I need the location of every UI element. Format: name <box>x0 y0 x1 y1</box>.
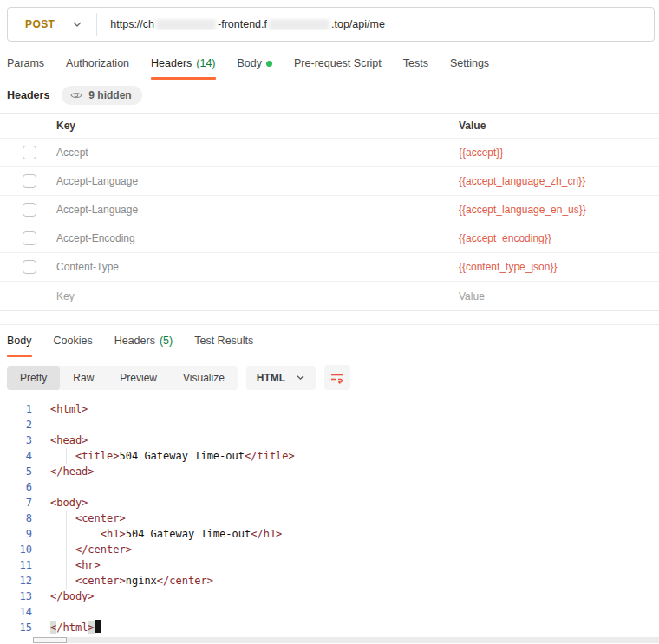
key-cell[interactable]: Accept <box>49 139 453 166</box>
code-tag: <html> <box>50 403 88 415</box>
view-tab-raw[interactable]: Raw <box>60 366 107 390</box>
row-drag-handle[interactable] <box>0 196 10 224</box>
code-text: </html> <box>50 620 95 635</box>
code-line: 1<html> <box>0 401 659 417</box>
row-checkbox[interactable] <box>23 260 36 274</box>
view-tab-visualize[interactable]: Visualize <box>170 366 238 390</box>
line-number: 13 <box>0 589 32 604</box>
value-cell[interactable]: {{accept_encoding}} <box>453 224 659 252</box>
code-text-node: nginx <box>126 575 157 587</box>
value-cell[interactable]: {{accept}} <box>453 139 659 166</box>
line-number: 5 <box>0 464 32 479</box>
editor-scrollbar-thumb[interactable] <box>33 637 67 643</box>
request-tab-pre-request-script[interactable]: Pre-request Script <box>294 57 382 80</box>
line-number: 2 <box>0 417 32 433</box>
response-view-bar: PrettyRawPreviewVisualize HTML <box>0 357 659 398</box>
response-tab-label: Cookies <box>54 335 93 347</box>
row-checkbox[interactable] <box>23 174 36 188</box>
value-cell[interactable]: {{content_type_json}} <box>453 253 659 281</box>
key-cell[interactable]: Content-Type <box>49 253 453 281</box>
matching-bracket: > <box>88 621 94 634</box>
row-checkbox[interactable] <box>23 146 36 159</box>
request-tab-settings[interactable]: Settings <box>450 57 489 80</box>
code-line: 11 <hr> <box>0 557 659 573</box>
code-line: 8 <center> <box>0 511 659 526</box>
code-line: 12 <center>nginx</center> <box>0 573 659 589</box>
line-number: 15 <box>0 620 32 635</box>
header-row: Accept-Encoding{{accept_encoding}} <box>0 224 659 253</box>
code-tag: <body> <box>50 497 88 509</box>
request-tab-label: Settings <box>450 57 489 69</box>
response-tab-cookies[interactable]: Cookies <box>54 335 93 357</box>
response-tab-count: (5) <box>160 335 173 347</box>
row-drag-handle[interactable] <box>0 139 10 166</box>
response-tab-body[interactable]: Body <box>7 335 32 357</box>
row-checkbox[interactable] <box>23 231 36 245</box>
key-cell: Key <box>49 114 453 138</box>
code-line: 5</head> <box>0 464 659 479</box>
code-line: 14 <box>0 604 659 620</box>
checkbox-cell <box>10 196 49 224</box>
key-cell[interactable]: Accept-Language <box>49 167 453 195</box>
row-drag-handle[interactable] <box>0 167 10 195</box>
editor-horizontal-scrollbar[interactable] <box>33 637 659 643</box>
request-tab-params[interactable]: Params <box>7 57 44 80</box>
response-tab-test-results[interactable]: Test Results <box>194 335 253 357</box>
row-drag-handle[interactable] <box>0 253 10 281</box>
code-line: 3<head> <box>0 433 659 448</box>
wrap-lines-icon <box>330 372 344 384</box>
headers-table-header-row: KeyValue <box>0 114 659 139</box>
code-text-node: 504 Gateway Time-out <box>119 450 245 462</box>
new-header-row: KeyValue <box>0 282 659 310</box>
code-tag: <hr> <box>75 559 101 571</box>
code-line: 10 </center> <box>0 542 659 557</box>
response-tab-label: Headers <box>114 335 155 347</box>
request-tab-label: Body <box>238 57 263 69</box>
request-tab-authorization[interactable]: Authorization <box>66 57 129 80</box>
request-tab-body[interactable]: Body <box>238 57 273 80</box>
key-cell[interactable]: Key <box>49 282 453 310</box>
request-tab-tests[interactable]: Tests <box>403 57 428 80</box>
value-cell[interactable]: {{accept_language_zh_cn}} <box>453 167 659 195</box>
request-url-bar: POST https://ch-frontend.f.top/api/me <box>7 7 655 42</box>
request-tab-count: (14) <box>196 57 215 69</box>
format-select[interactable]: HTML <box>246 366 316 390</box>
url-redacted-segment <box>156 19 216 30</box>
format-select-value: HTML <box>257 372 285 384</box>
view-tab-preview[interactable]: Preview <box>107 366 170 390</box>
text-cursor <box>95 620 101 633</box>
response-tab-headers[interactable]: Headers(5) <box>114 335 173 357</box>
url-text-segment: -frontend.f <box>218 18 267 30</box>
code-line: 9 <h1>504 Gateway Time-out</h1> <box>0 526 659 542</box>
header-row: Accept-Language{{accept_language_en_us}} <box>0 196 659 224</box>
response-view-tabs: PrettyRawPreviewVisualize <box>7 366 238 390</box>
row-drag-handle[interactable] <box>0 224 10 252</box>
code-line: 7<body> <box>0 495 659 511</box>
wrap-lines-button[interactable] <box>324 365 350 390</box>
value-cell[interactable]: {{accept_language_en_us}} <box>453 196 659 224</box>
line-number: 4 <box>0 448 32 464</box>
key-cell[interactable]: Accept-Encoding <box>49 224 453 252</box>
response-body-editor[interactable]: 1<html>23<head>4 <title>504 Gateway Time… <box>0 398 659 635</box>
request-tab-headers[interactable]: Headers(14) <box>151 57 215 80</box>
code-text: </center> <box>50 542 132 557</box>
code-text-node <box>50 512 75 524</box>
value-cell[interactable]: Value <box>453 282 659 310</box>
url-input[interactable]: https://ch-frontend.f.top/api/me <box>97 18 654 30</box>
key-cell[interactable]: Accept-Language <box>49 196 453 224</box>
hidden-headers-toggle[interactable]: 9 hidden <box>62 86 141 105</box>
code-tag: <center> <box>75 575 126 587</box>
code-line: 2 <box>0 417 659 433</box>
headers-section-header: Headers 9 hidden <box>0 80 659 113</box>
headers-table: KeyValueAccept{{accept}}Accept-Language{… <box>0 113 659 311</box>
row-checkbox[interactable] <box>23 203 36 217</box>
line-number: 11 <box>0 557 32 573</box>
response-tab-label: Body <box>7 335 32 347</box>
url-text-segment: .top/api/me <box>331 18 385 30</box>
code-text-node: 504 Gateway Time-out <box>126 528 251 540</box>
view-tab-pretty[interactable]: Pretty <box>7 366 60 390</box>
code-text: <hr> <box>50 557 101 573</box>
code-text: <center> <box>50 511 126 526</box>
code-tag: <title> <box>75 450 120 462</box>
method-select[interactable]: POST <box>8 8 96 41</box>
